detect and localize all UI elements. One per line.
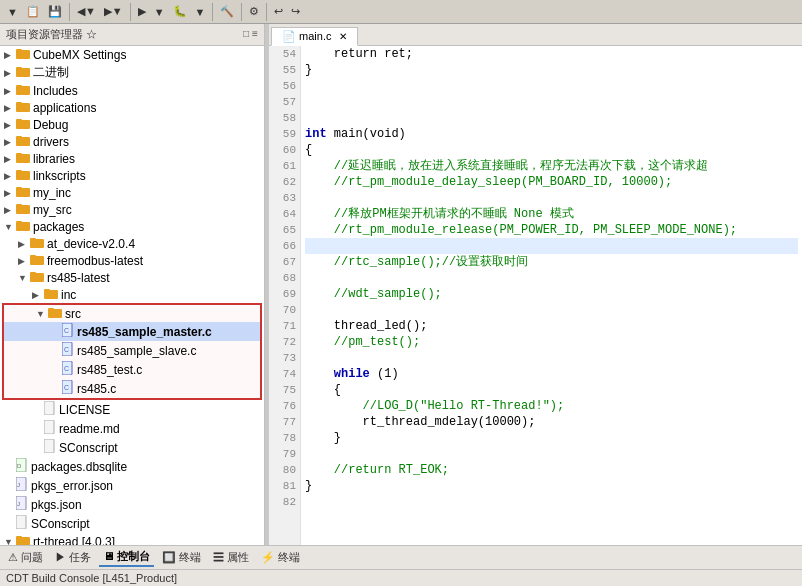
bottom-tab-properties[interactable]: ☰ 属性 xyxy=(209,549,253,566)
tree-arrow-icon[interactable]: ▶ xyxy=(32,290,44,300)
panel-icon-menu[interactable]: ≡ xyxy=(252,29,258,40)
tree-item[interactable]: ▶linkscripts xyxy=(0,167,264,184)
tab-close-icon[interactable]: ✕ xyxy=(339,31,347,42)
tree-arrow-icon[interactable]: ▶ xyxy=(18,239,30,249)
tree-arrow-icon[interactable]: ▼ xyxy=(4,537,16,546)
toolbar-btn-redo[interactable]: ↪ xyxy=(288,3,303,20)
tree-node-icon xyxy=(16,219,30,234)
bottom-tab-tasks[interactable]: ▶ 任务 xyxy=(51,549,95,566)
tree-arrow-icon[interactable]: ▶ xyxy=(4,68,16,78)
bottom-tab-terminal2[interactable]: ⚡ 终端 xyxy=(257,549,304,566)
tree-item[interactable]: readme.md xyxy=(0,419,264,438)
tree-arrow-icon[interactable]: ▶ xyxy=(4,50,16,60)
line-number: 75 xyxy=(273,382,296,398)
tree-item[interactable]: ▶Includes xyxy=(0,82,264,99)
project-tree[interactable]: ▶CubeMX Settings▶二进制▶Includes▶applicatio… xyxy=(0,46,264,545)
bottom-tab-terminal[interactable]: 🔲 终端 xyxy=(158,549,205,566)
tree-item[interactable]: ▶inc xyxy=(0,286,264,303)
tree-item[interactable]: Jpkgs.json xyxy=(0,495,264,514)
tree-item[interactable]: Jpkgs_error.json xyxy=(0,476,264,495)
tree-node-label: packages.dbsqlite xyxy=(31,460,127,474)
tree-arrow-icon[interactable]: ▶ xyxy=(4,188,16,198)
tree-item[interactable]: Dpackages.dbsqlite xyxy=(0,457,264,476)
tree-node-label: at_device-v2.0.4 xyxy=(47,237,135,251)
toolbar-btn-back[interactable]: ◀▼ xyxy=(74,3,99,20)
tree-item[interactable]: ▶applications xyxy=(0,99,264,116)
tree-arrow-icon[interactable]: ▼ xyxy=(36,309,48,319)
tree-node-label: SConscript xyxy=(31,517,90,531)
tree-item[interactable]: ▶drivers xyxy=(0,133,264,150)
tree-node-label: LICENSE xyxy=(59,403,110,417)
svg-rect-29 xyxy=(44,289,50,292)
code-line: thread_led(); xyxy=(305,318,798,334)
tree-node-icon xyxy=(44,401,56,418)
tree-item[interactable]: ▶at_device-v2.0.4 xyxy=(0,235,264,252)
panel-icon-minimize[interactable]: □ xyxy=(243,29,249,40)
tree-item[interactable]: Crs485_sample_master.c xyxy=(4,322,260,341)
bottom-tab-problems[interactable]: ⚠ 问题 xyxy=(4,549,47,566)
highlight-box: ▼srcCrs485_sample_master.cCrs485_sample_… xyxy=(2,303,262,400)
tree-item[interactable]: ▼src xyxy=(4,305,260,322)
svg-rect-5 xyxy=(16,85,22,88)
tree-item[interactable]: Crs485_sample_slave.c xyxy=(4,341,260,360)
tree-item[interactable]: Crs485.c xyxy=(4,379,260,398)
tree-item[interactable]: SConscript xyxy=(0,514,264,533)
tree-node-label: my_src xyxy=(33,203,72,217)
code-line xyxy=(305,78,798,94)
toolbar-btn-debug[interactable]: 🐛 xyxy=(170,3,190,20)
tree-item[interactable]: ▶my_inc xyxy=(0,184,264,201)
tree-item[interactable]: ▼rt-thread [4.0.3] xyxy=(0,533,264,545)
toolbar-btn-build[interactable]: 🔨 xyxy=(217,3,237,20)
toolbar-btn-run-dropdown[interactable]: ▼ xyxy=(151,4,168,20)
tree-item[interactable]: Crs485_test.c xyxy=(4,360,260,379)
tree-arrow-icon[interactable]: ▶ xyxy=(4,103,16,113)
tree-arrow-icon[interactable]: ▼ xyxy=(18,273,30,283)
tree-item[interactable]: ▶CubeMX Settings xyxy=(0,46,264,63)
code-line: rt_thread_mdelay(10000); xyxy=(305,414,798,430)
tree-item[interactable]: LICENSE xyxy=(0,400,264,419)
toolbar-btn-undo[interactable]: ↩ xyxy=(271,3,286,20)
editor-area: 5455565758596061626364656667686970717273… xyxy=(269,46,802,545)
toolbar-btn-debug-dropdown[interactable]: ▼ xyxy=(192,4,209,20)
bottom-tab-console[interactable]: 🖥 控制台 xyxy=(99,548,154,567)
tree-arrow-icon[interactable]: ▶ xyxy=(4,86,16,96)
toolbar-btn-1[interactable]: ▼ xyxy=(4,4,21,20)
tree-item[interactable]: ▶freemodbus-latest xyxy=(0,252,264,269)
line-number: 72 xyxy=(273,334,296,350)
tree-arrow-icon[interactable]: ▶ xyxy=(4,171,16,181)
toolbar-btn-run[interactable]: ▶ xyxy=(135,3,149,20)
line-number: 64 xyxy=(273,206,296,222)
tree-node-label: readme.md xyxy=(59,422,120,436)
tab-main-c[interactable]: 📄 main.c ✕ xyxy=(271,27,358,46)
tree-item[interactable]: ▶二进制 xyxy=(0,63,264,82)
toolbar-btn-settings[interactable]: ⚙ xyxy=(246,3,262,20)
panel-header-icons: □ ≡ xyxy=(243,29,258,40)
tree-node-icon xyxy=(16,100,30,115)
toolbar-btn-2[interactable]: 📋 xyxy=(23,3,43,20)
line-number: 54 xyxy=(273,46,296,62)
code-editor[interactable]: return ret;}int main(void){ //延迟睡眠，放在进入系… xyxy=(301,46,802,545)
code-line xyxy=(305,446,798,462)
toolbar-btn-save[interactable]: 💾 xyxy=(45,3,65,20)
tree-node-icon: D xyxy=(16,458,28,475)
tree-arrow-icon[interactable]: ▶ xyxy=(18,256,30,266)
code-line xyxy=(305,494,798,510)
tree-item[interactable]: SConscript xyxy=(0,438,264,457)
tree-item[interactable]: ▶Debug xyxy=(0,116,264,133)
tree-arrow-icon[interactable]: ▶ xyxy=(4,137,16,147)
line-number: 71 xyxy=(273,318,296,334)
tree-node-icon: C xyxy=(62,380,74,397)
tree-item[interactable]: ▼packages xyxy=(0,218,264,235)
tree-item[interactable]: ▶libraries xyxy=(0,150,264,167)
toolbar-btn-forward[interactable]: ▶▼ xyxy=(101,3,126,20)
code-line: //rtc_sample();//设置获取时间 xyxy=(305,254,798,270)
tree-arrow-icon[interactable]: ▶ xyxy=(4,120,16,130)
tree-arrow-icon[interactable]: ▶ xyxy=(4,205,16,215)
editor-tabs: 📄 main.c ✕ xyxy=(269,24,802,46)
tree-arrow-icon[interactable]: ▼ xyxy=(4,222,16,232)
tree-arrow-icon[interactable]: ▶ xyxy=(4,154,16,164)
svg-text:C: C xyxy=(64,384,69,391)
tree-item[interactable]: ▶my_src xyxy=(0,201,264,218)
tree-item[interactable]: ▼rs485-latest xyxy=(0,269,264,286)
line-number: 73 xyxy=(273,350,296,366)
